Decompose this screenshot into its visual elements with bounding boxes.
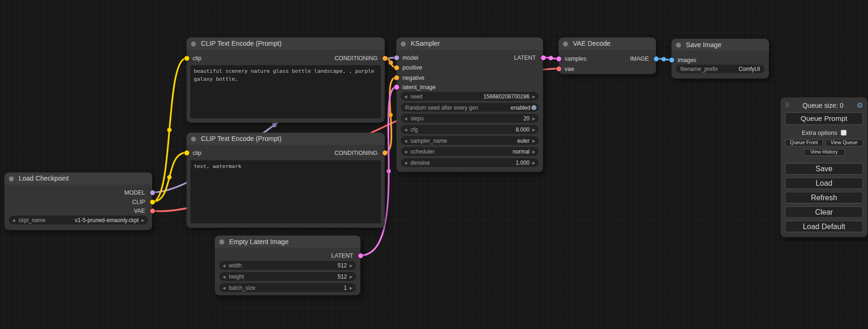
node-titlebar[interactable]: Empty Latent Image: [215, 236, 360, 248]
output-slot-model[interactable]: MODEL: [4, 189, 152, 196]
slot-dot[interactable]: [150, 208, 155, 213]
increment-icon[interactable]: ▶: [532, 139, 535, 142]
increment-icon[interactable]: ▶: [350, 264, 353, 267]
increment-icon[interactable]: ▶: [532, 150, 535, 154]
slot-dot[interactable]: [394, 84, 399, 90]
slot-dot[interactable]: [150, 199, 155, 204]
decrement-icon[interactable]: ◀: [223, 286, 226, 289]
increment-icon[interactable]: ▶: [350, 274, 353, 278]
slot-dot[interactable]: [382, 150, 388, 155]
node-clip-text-encode-negative[interactable]: CLIP Text Encode (Prompt) clip CONDITION…: [187, 133, 385, 228]
decrement-icon[interactable]: ◀: [223, 274, 226, 278]
input-slot-images[interactable]: images: [671, 56, 769, 64]
widget-ckpt-name[interactable]: ◀ ckpt_name v1-5-pruned-emaonly.ckpt ▶: [9, 216, 148, 224]
clear-button[interactable]: Clear: [785, 206, 863, 218]
decrement-icon[interactable]: ◀: [223, 264, 226, 267]
increment-icon[interactable]: ▶: [532, 94, 535, 98]
output-slot-clip[interactable]: CLIP: [4, 198, 152, 206]
output-slot-latent[interactable]: LATENT: [215, 252, 360, 259]
output-slot-conditioning[interactable]: CONDITIONING: [187, 54, 385, 62]
output-slot-image[interactable]: IMAGE: [558, 55, 656, 63]
slot-dot[interactable]: [150, 190, 155, 195]
node-titlebar[interactable]: Load Checkpoint: [4, 173, 152, 185]
link-midpoint-dot: [167, 128, 171, 132]
increment-icon[interactable]: ▶: [532, 116, 535, 120]
node-vae-decode[interactable]: VAE Decode samples IMAGE vae: [558, 38, 656, 74]
decrement-icon[interactable]: ◀: [12, 218, 15, 222]
toggle-state-icon[interactable]: [531, 105, 536, 110]
drag-handle-icon[interactable]: ⠿: [785, 102, 790, 108]
widget-denoise[interactable]: ◀ denoise 1.000 ▶: [401, 158, 538, 167]
settings-gear-icon[interactable]: ⚙: [857, 102, 863, 109]
output-slot-latent[interactable]: LATENT: [396, 54, 543, 62]
decrement-icon[interactable]: ◀: [404, 150, 407, 154]
slot-dot[interactable]: [654, 56, 659, 61]
slot-dot[interactable]: [394, 75, 399, 80]
widget-random-seed-toggle[interactable]: Random seed after every gen enabled: [401, 103, 538, 112]
increment-icon[interactable]: ▶: [532, 161, 535, 164]
link-midpoint-dot: [549, 56, 553, 60]
decrement-icon[interactable]: ◀: [404, 127, 407, 131]
graph-canvas[interactable]: Load Checkpoint MODEL CLIP VAE ◀ ckpt_na…: [0, 0, 868, 329]
node-titlebar[interactable]: VAE Decode: [558, 38, 656, 50]
increment-icon[interactable]: ▶: [141, 218, 144, 222]
node-clip-text-encode-positive[interactable]: CLIP Text Encode (Prompt) clip CONDITION…: [187, 38, 385, 123]
output-slot-conditioning[interactable]: CONDITIONING: [187, 149, 385, 157]
collapse-dot[interactable]: [676, 42, 681, 48]
link-midpoint-dot: [387, 169, 391, 173]
decrement-icon[interactable]: ◀: [404, 161, 407, 164]
collapse-dot[interactable]: [9, 176, 14, 181]
node-titlebar[interactable]: Save Image: [671, 39, 769, 51]
increment-icon[interactable]: ▶: [350, 286, 353, 289]
input-slot-latent-image[interactable]: latent_image: [396, 83, 543, 91]
view-queue-button[interactable]: View Queue: [825, 140, 863, 147]
queue-prompt-button[interactable]: Queue Prompt: [785, 112, 863, 125]
slot-dot[interactable]: [358, 253, 363, 258]
prompt-text-input[interactable]: text, watermark: [191, 161, 381, 224]
widget-height[interactable]: ◀ height 512 ▶: [219, 272, 356, 281]
decrement-icon[interactable]: ◀: [404, 139, 407, 142]
link-midpoint-dot: [388, 61, 393, 65]
node-load-checkpoint[interactable]: Load Checkpoint MODEL CLIP VAE ◀ ckpt_na…: [4, 173, 152, 230]
widget-filename-prefix[interactable]: filename_prefix ComfyUI: [676, 65, 765, 73]
save-button[interactable]: Save: [785, 163, 863, 175]
slot-dot[interactable]: [556, 66, 561, 71]
collapse-dot[interactable]: [191, 41, 196, 46]
collapse-dot[interactable]: [563, 41, 568, 46]
widget-scheduler[interactable]: ◀ scheduler normal ▶: [401, 147, 538, 156]
node-titlebar[interactable]: CLIP Text Encode (Prompt): [187, 38, 385, 50]
load-default-button[interactable]: Load Default: [785, 221, 863, 232]
decrement-icon[interactable]: ◀: [404, 116, 407, 120]
collapse-dot[interactable]: [401, 41, 406, 46]
collapse-dot[interactable]: [219, 239, 224, 244]
refresh-button[interactable]: Refresh: [785, 192, 863, 203]
prompt-text-input[interactable]: beautiful scenery nature glass bottle la…: [191, 65, 381, 119]
queue-front-button[interactable]: Queue Front: [785, 140, 823, 147]
node-titlebar[interactable]: KSampler: [396, 38, 543, 50]
slot-dot[interactable]: [382, 56, 388, 61]
input-slot-negative[interactable]: negative: [396, 74, 543, 82]
slot-dot[interactable]: [394, 65, 399, 70]
view-history-button[interactable]: View History: [804, 149, 845, 156]
node-titlebar[interactable]: CLIP Text Encode (Prompt): [187, 133, 385, 145]
slot-dot[interactable]: [669, 57, 674, 63]
node-save-image[interactable]: Save Image images filename_prefix ComfyU…: [671, 39, 769, 78]
node-empty-latent-image[interactable]: Empty Latent Image LATENT ◀ width 512 ▶ …: [215, 236, 360, 295]
widget-cfg[interactable]: ◀ cfg 8.000 ▶: [401, 125, 538, 134]
widget-sampler-name[interactable]: ◀ sampler_name euler ▶: [401, 136, 538, 145]
slot-dot[interactable]: [541, 55, 546, 60]
widget-seed[interactable]: ◀ seed 156680208700286 ▶: [401, 92, 538, 101]
input-slot-vae[interactable]: vae: [558, 65, 656, 73]
widget-steps[interactable]: ◀ steps 20 ▶: [401, 114, 538, 123]
widget-width[interactable]: ◀ width 512 ▶: [219, 261, 356, 270]
extra-options-checkbox[interactable]: [840, 130, 846, 135]
load-button[interactable]: Load: [785, 177, 863, 189]
increment-icon[interactable]: ▶: [532, 127, 535, 131]
input-slot-positive[interactable]: positive: [396, 63, 543, 71]
output-slot-vae[interactable]: VAE: [4, 207, 152, 215]
decrement-icon[interactable]: ◀: [404, 94, 407, 98]
node-ksampler[interactable]: KSampler model LATENT positive negative …: [396, 38, 543, 172]
collapse-dot[interactable]: [191, 136, 196, 141]
widget-batch-size[interactable]: ◀ batch_size 1 ▶: [219, 283, 356, 292]
node-title: CLIP Text Encode (Prompt): [201, 40, 282, 48]
